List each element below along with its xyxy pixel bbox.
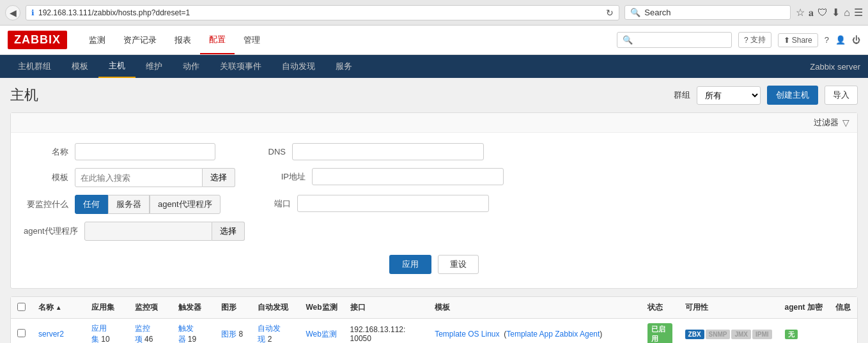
monitor-any-button[interactable]: 任何 [75, 195, 108, 214]
filter-row-4: agent代理程序 选择 [24, 222, 844, 241]
top-nav-search[interactable]: 🔍 [617, 32, 732, 48]
share-icon: ⬆ [784, 36, 790, 45]
logout-icon[interactable]: ⏻ [852, 35, 860, 45]
sec-nav-correvents[interactable]: 关联项事件 [210, 56, 272, 77]
sec-nav-hosts[interactable]: 主机 [98, 55, 136, 78]
browser-actions: ☆ 𝐚 🛡 ⬇ ⌂ ☰ [796, 6, 863, 19]
agent-search-row: 选择 [84, 222, 245, 241]
back-button[interactable]: ◀ [5, 5, 20, 20]
page-header-right: 群组 所有 创建主机 导入 [674, 86, 858, 105]
col-interface: 接口 [344, 297, 429, 319]
share-button[interactable]: ⬆ Share [778, 33, 818, 47]
port-input[interactable] [297, 195, 489, 212]
col-encryption: agent 加密 [779, 297, 829, 319]
filter-dns-group: DNS [241, 143, 484, 160]
browser-search-bar[interactable]: 🔍 Search [624, 5, 791, 20]
filter-template-group: 模板 选择 [24, 168, 235, 187]
row1-graphs[interactable]: 图形 [221, 330, 236, 339]
nav-config[interactable]: 配置 [200, 26, 235, 54]
menu-icon[interactable]: ☰ [854, 6, 863, 19]
row1-snmp-badge: SNMP [706, 330, 731, 339]
shield-icon[interactable]: 🛡 [818, 7, 828, 19]
filter-port-group: 端口 [246, 195, 489, 212]
template-search-input[interactable] [75, 168, 203, 187]
group-select[interactable]: 所有 [697, 86, 761, 105]
nav-reports[interactable]: 报表 [166, 27, 200, 54]
dns-input[interactable] [292, 143, 484, 160]
table-row: server2 应用集 10 监控项 46 触发器 19 图形 8 自动发现 2 [11, 319, 857, 344]
row1-checkbox[interactable] [17, 329, 26, 337]
support-label: 支持 [750, 34, 766, 45]
agent-input[interactable] [84, 222, 212, 241]
select-all-checkbox[interactable] [17, 303, 26, 311]
bookmark-icon[interactable]: ☆ [796, 6, 805, 19]
template-label: 模板 [24, 172, 68, 183]
monitor-buttons: 任何 服务器 agent代理程序 [75, 195, 221, 214]
top-nav-right: 🔍 ? 支持 ⬆ Share ? 👤 ⏻ [617, 32, 860, 48]
download-icon[interactable]: ⬇ [832, 6, 840, 19]
filter-actions: 应用 重设 [24, 248, 844, 278]
col-web: Web监测 [299, 297, 343, 319]
nav-admin[interactable]: 管理 [235, 27, 269, 54]
host-name-server2[interactable]: server2 [38, 330, 64, 339]
row1-ipmi-badge: IPMI [752, 330, 772, 339]
nav-assets[interactable]: 资产记录 [114, 27, 166, 54]
col-status: 状态 [641, 297, 679, 319]
sec-nav-services[interactable]: 服务 [325, 56, 362, 77]
apply-button[interactable]: 应用 [389, 255, 431, 274]
col-name[interactable]: 名称 [32, 297, 85, 319]
sec-nav-templates[interactable]: 模板 [61, 56, 98, 77]
template-choose-button[interactable]: 选择 [203, 168, 235, 187]
sec-nav-hostgroups[interactable]: 主机群组 [8, 56, 61, 77]
row1-web[interactable]: Web监测 [306, 330, 336, 339]
sec-nav-actions[interactable]: 动作 [173, 56, 210, 77]
agent-choose-button[interactable]: 选择 [212, 222, 245, 241]
filter-name-group: 名称 [24, 143, 215, 160]
ip-label: IP地址 [261, 171, 306, 183]
user-icon[interactable]: 👤 [835, 35, 846, 45]
refresh-icon[interactable]: ↻ [606, 8, 614, 18]
dns-label: DNS [241, 147, 286, 156]
row1-template-extra[interactable]: Template App Zabbix Agent [506, 330, 600, 339]
col-monitors: 监控项 [128, 297, 172, 319]
monitor-agent-button[interactable]: agent代理程序 [150, 195, 221, 214]
ip-input[interactable] [312, 168, 504, 185]
port-label: 端口 [246, 198, 291, 210]
row1-status[interactable]: 已启用 [647, 323, 672, 343]
page-header: 主机 群组 所有 创建主机 导入 [10, 86, 858, 105]
nav-monitor[interactable]: 监测 [80, 27, 114, 54]
filter-header: 过滤器 ▽ [11, 113, 857, 133]
sec-nav-maintenance[interactable]: 维护 [136, 56, 173, 77]
filter-section: 过滤器 ▽ 名称 DNS 模板 [10, 112, 858, 289]
server-label: Zabbix server [810, 57, 860, 77]
filter-row-2: 模板 选择 IP地址 [24, 168, 844, 187]
name-label: 名称 [24, 146, 68, 158]
monitor-server-button[interactable]: 服务器 [108, 195, 150, 214]
support-icon: ? [744, 36, 748, 45]
col-graphs: 图形 [215, 297, 251, 319]
help-icon[interactable]: ? [825, 35, 829, 45]
filter-row-3: 要监控什么 任何 服务器 agent代理程序 端口 [24, 195, 844, 214]
filter-agent-group: agent代理程序 选择 [24, 222, 245, 241]
filter-icon: ▽ [842, 118, 849, 128]
home-icon[interactable]: ⌂ [844, 7, 850, 19]
reader-icon[interactable]: 𝐚 [809, 7, 814, 19]
support-button[interactable]: ? 支持 [738, 32, 771, 48]
name-input[interactable] [75, 143, 215, 160]
import-button[interactable]: 导入 [825, 86, 858, 105]
create-host-button[interactable]: 创建主机 [767, 86, 818, 105]
browser-search-icon: 🔍 [630, 8, 640, 17]
main-content: 主机 群组 所有 创建主机 导入 过滤器 ▽ 名称 DNS [0, 78, 868, 343]
row1-wu: 无 [785, 330, 798, 339]
top-nav: ZABBIX 监测 资产记录 报表 配置 管理 🔍 ? 支持 ⬆ Share ?… [0, 26, 868, 55]
filter-label: 过滤器 [814, 117, 839, 128]
filter-body: 名称 DNS 模板 选择 IP地址 [11, 133, 857, 288]
reset-button[interactable]: 重设 [438, 255, 479, 274]
sec-nav-discovery[interactable]: 自动发现 [272, 56, 325, 77]
url-bar[interactable]: ℹ 192.168.13.111/zabbix/hosts.php?ddrese… [26, 5, 619, 20]
col-template: 模板 [428, 297, 641, 319]
share-label: Share [792, 36, 812, 45]
row1-template[interactable]: Template OS Linux [435, 330, 499, 339]
col-info: 信息 [829, 297, 857, 319]
row1-jmx-badge: JMX [731, 330, 751, 339]
